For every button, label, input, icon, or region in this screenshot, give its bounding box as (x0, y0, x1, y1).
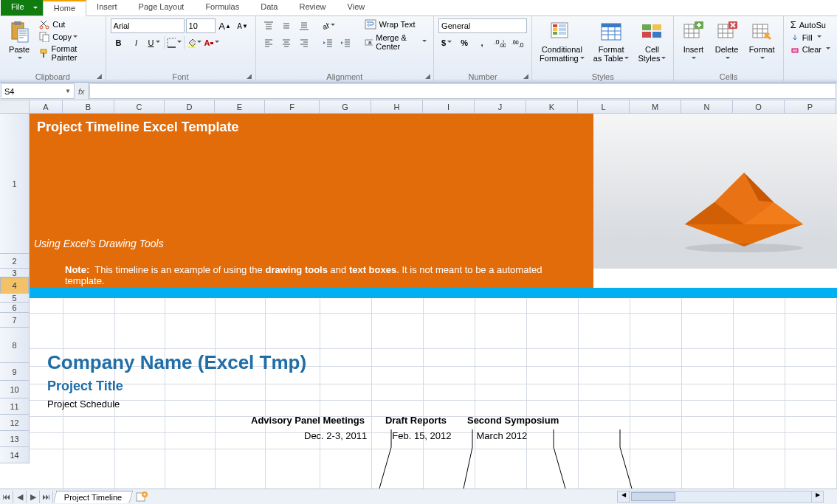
clear-button[interactable]: Clear (788, 44, 833, 55)
sheet-tab-active[interactable]: Project Timeline (53, 491, 134, 503)
number-launcher[interactable]: ◢ (521, 72, 530, 80)
delete-cells-button[interactable]: Delete (711, 18, 742, 64)
align-right-button[interactable] (296, 35, 312, 50)
column-header[interactable]: F (265, 100, 320, 113)
fill-color-button[interactable] (186, 35, 202, 50)
row-header[interactable]: 10 (0, 381, 29, 398)
copy-button[interactable]: Copy (37, 31, 100, 43)
name-box[interactable]: S4▼ (1, 83, 75, 99)
conditional-formatting-button[interactable]: Conditional Formatting (537, 18, 588, 64)
sheet-nav-next[interactable]: ▶ (27, 491, 40, 503)
fill-icon (790, 33, 799, 42)
comma-button[interactable]: , (474, 35, 490, 50)
italic-button[interactable]: I (128, 35, 145, 50)
worksheet-grid[interactable]: ABCDEFGHIJKLMNOP 1234567891011121314 Pro… (0, 100, 837, 489)
sheet-nav-last[interactable]: ⏭ (40, 491, 53, 503)
row-header[interactable]: 3 (0, 269, 29, 277)
scroll-left-button[interactable]: ◀ (618, 491, 630, 502)
scroll-right-button[interactable]: ▶ (811, 491, 823, 502)
orientation-button[interactable]: ab (320, 18, 336, 33)
column-header[interactable]: B (63, 100, 114, 113)
row-header[interactable]: 5 (0, 294, 29, 303)
row-header[interactable]: 7 (0, 313, 29, 328)
cell-styles-button[interactable]: Cell Styles (635, 18, 669, 64)
increase-decimal-button[interactable]: .0.00 (492, 35, 508, 50)
format-painter-button[interactable]: Format Painter (37, 44, 100, 63)
scroll-thumb[interactable] (631, 492, 675, 501)
currency-button[interactable]: $ (438, 35, 455, 50)
format-as-table-button[interactable]: Format as Table (590, 18, 633, 64)
column-header[interactable]: M (630, 100, 681, 113)
cut-button[interactable]: Cut (37, 18, 100, 30)
new-sheet-button[interactable] (134, 491, 149, 503)
wrap-text-button[interactable]: Wrap Text (362, 18, 430, 30)
insert-cells-button[interactable]: Insert (678, 18, 708, 64)
select-all-corner[interactable] (0, 100, 30, 114)
column-header[interactable]: I (423, 100, 475, 113)
column-header[interactable]: J (475, 100, 526, 113)
tab-formulas[interactable]: Formulas (195, 0, 250, 15)
align-left-button[interactable] (261, 35, 277, 50)
tab-file[interactable]: File (1, 0, 43, 15)
column-header[interactable]: O (733, 100, 785, 113)
merge-center-button[interactable]: aMerge & Center (362, 32, 430, 52)
sheet-nav-first[interactable]: ⏮ (0, 491, 13, 503)
borders-button[interactable] (166, 35, 182, 50)
tab-page-layout[interactable]: Page Layout (128, 0, 196, 15)
formula-input[interactable] (89, 83, 836, 99)
column-header[interactable]: C (114, 100, 165, 113)
row-header[interactable]: 11 (0, 398, 29, 415)
align-bottom-button[interactable] (296, 18, 312, 33)
align-top-button[interactable] (261, 18, 277, 33)
row-header[interactable]: 14 (0, 447, 29, 463)
row-header[interactable]: 9 (0, 363, 29, 381)
format-cells-button[interactable]: Format (745, 18, 779, 64)
tab-data[interactable]: Data (250, 0, 289, 15)
percent-button[interactable]: % (456, 35, 472, 50)
row-header[interactable]: 8 (0, 328, 29, 363)
column-header[interactable]: N (681, 100, 733, 113)
column-header[interactable]: K (526, 100, 578, 113)
paste-button[interactable]: Paste (4, 18, 34, 64)
decrease-font-button[interactable]: A▼ (235, 18, 251, 33)
font-launcher[interactable]: ◢ (245, 72, 254, 80)
group-alignment: ab Wrap Text aMerge & Center Alignment ◢ (256, 16, 435, 82)
tab-insert[interactable]: Insert (86, 0, 128, 15)
column-header[interactable]: G (320, 100, 371, 113)
column-header[interactable]: E (215, 100, 265, 113)
tab-review[interactable]: Review (289, 0, 337, 15)
increase-indent-button[interactable] (337, 35, 354, 50)
cells-area[interactable]: Project Timeline Excel Template Using Ex… (30, 114, 837, 489)
font-size-select[interactable] (186, 18, 216, 33)
column-header[interactable]: A (30, 100, 63, 113)
row-header[interactable]: 2 (0, 254, 29, 269)
alignment-launcher[interactable]: ◢ (423, 72, 432, 80)
column-header[interactable]: H (371, 100, 423, 113)
row-header[interactable]: 12 (0, 415, 29, 431)
font-color-button[interactable]: A (204, 35, 220, 50)
decrease-indent-button[interactable] (320, 35, 336, 50)
row-header[interactable]: 6 (0, 303, 29, 313)
underline-button[interactable]: U (146, 35, 162, 50)
tab-view[interactable]: View (337, 0, 376, 15)
horizontal-scrollbar[interactable]: ◀ ▶ (617, 491, 824, 503)
clipboard-launcher[interactable]: ◢ (95, 72, 104, 80)
column-header[interactable]: D (165, 100, 215, 113)
align-center-button[interactable] (278, 35, 294, 50)
sheet-nav-prev[interactable]: ◀ (13, 491, 27, 503)
row-header[interactable]: 4 (0, 277, 29, 294)
decrease-decimal-button[interactable]: .00.0 (509, 35, 526, 50)
fill-button[interactable]: Fill (788, 32, 824, 43)
column-header[interactable]: P (785, 100, 836, 113)
column-header[interactable]: L (578, 100, 630, 113)
align-middle-button[interactable] (278, 18, 294, 33)
fx-button[interactable]: fx (78, 87, 85, 96)
row-header[interactable]: 1 (0, 114, 29, 254)
tab-home[interactable]: Home (43, 0, 86, 16)
autosum-button[interactable]: ΣAutoSu (788, 18, 828, 31)
bold-button[interactable]: B (111, 35, 127, 50)
font-name-select[interactable] (111, 18, 185, 33)
row-header[interactable]: 13 (0, 431, 29, 447)
increase-font-button[interactable]: A▲ (217, 18, 233, 33)
number-format-select[interactable] (438, 18, 527, 33)
